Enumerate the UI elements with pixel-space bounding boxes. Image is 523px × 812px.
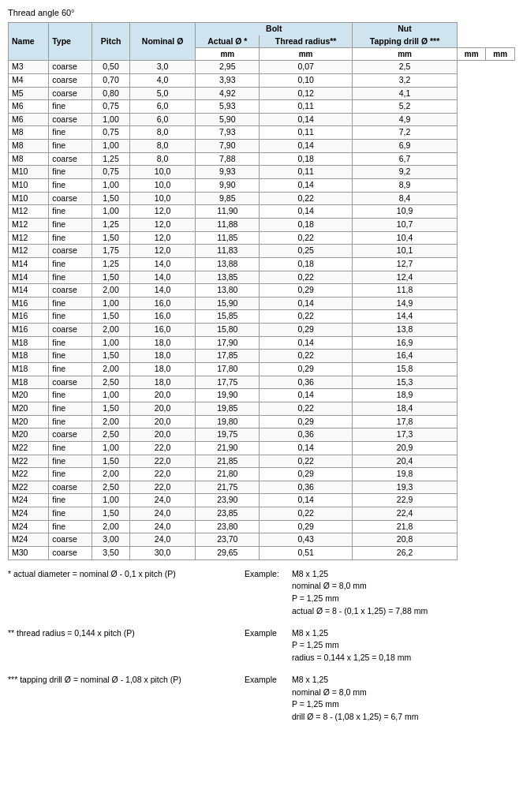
cell-pitch: 1,50: [92, 310, 129, 324]
cell-thread-radius: 0,18: [260, 257, 353, 271]
cell-nominal: 12,0: [129, 231, 196, 245]
cell-actual: 11,85: [196, 231, 260, 245]
cell-thread-radius: 0,22: [260, 271, 353, 284]
cell-nominal: 18,0: [129, 363, 196, 376]
cell-thread-radius: 0,36: [260, 481, 353, 494]
cell-nominal: 20,0: [129, 415, 196, 428]
cell-pitch: 2,00: [92, 324, 129, 337]
cell-type: fine: [49, 468, 92, 481]
cell-thread-radius: 0,22: [260, 507, 353, 521]
cell-nominal: 24,0: [129, 533, 196, 547]
cell-pitch: 2,00: [92, 468, 129, 481]
cell-thread-radius: 0,14: [260, 297, 353, 310]
table-row: M18coarse2,5018,017,750,3615,3: [9, 376, 515, 389]
bolt-header: Bolt: [196, 23, 353, 36]
cell-name: M14: [9, 284, 49, 297]
cell-pitch: 0,80: [92, 87, 129, 100]
cell-name: M3: [9, 61, 49, 74]
cell-pitch: 1,00: [92, 140, 129, 153]
cell-actual: 7,88: [196, 152, 260, 166]
note-1: * actual diameter = nominal Ø - 0,1 x pi…: [8, 568, 515, 618]
cell-nominal: 20,0: [129, 428, 196, 442]
table-row: M24fine1,0024,023,900,1422,9: [9, 494, 515, 507]
cell-nominal: 20,0: [129, 402, 196, 415]
cell-name: M22: [9, 468, 49, 481]
cell-thread-radius: 0,22: [260, 231, 353, 245]
cell-nominal: 8,0: [129, 140, 196, 153]
cell-thread-radius: 0,22: [260, 402, 353, 415]
cell-nominal: 24,0: [129, 507, 196, 521]
cell-thread-radius: 0,14: [260, 140, 353, 153]
cell-pitch: 1,00: [92, 113, 129, 126]
table-row: M22fine1,0022,021,900,1420,9: [9, 441, 515, 455]
cell-type: coarse: [49, 245, 92, 258]
cell-tapping-drill: 4,9: [353, 113, 458, 126]
cell-type: fine: [49, 507, 92, 521]
cell-tapping-drill: 4,1: [353, 87, 458, 100]
table-row: M22fine2,0022,021,800,2919,8: [9, 468, 515, 481]
cell-type: coarse: [49, 481, 92, 494]
cell-actual: 11,83: [196, 245, 260, 258]
cell-nominal: 22,0: [129, 468, 196, 481]
cell-type: fine: [49, 166, 92, 179]
cell-thread-radius: 0,11: [260, 126, 353, 140]
cell-actual: 19,75: [196, 428, 260, 442]
cell-nominal: 14,0: [129, 271, 196, 284]
cell-name: M18: [9, 363, 49, 376]
cell-pitch: 3,00: [92, 533, 129, 547]
cell-tapping-drill: 22,4: [353, 507, 458, 521]
cell-name: M30: [9, 546, 49, 559]
cell-tapping-drill: 20,8: [353, 533, 458, 547]
cell-actual: 13,80: [196, 284, 260, 297]
cell-actual: 15,80: [196, 324, 260, 337]
cell-name: M10: [9, 166, 49, 179]
cell-type: coarse: [49, 324, 92, 337]
cell-tapping-drill: 10,9: [353, 205, 458, 219]
cell-type: coarse: [49, 376, 92, 389]
cell-tapping-drill: 8,4: [353, 192, 458, 205]
cell-actual: 9,93: [196, 166, 260, 179]
cell-nominal: 14,0: [129, 257, 196, 271]
cell-type: coarse: [49, 428, 92, 442]
cell-actual: 23,90: [196, 494, 260, 507]
cell-type: fine: [49, 415, 92, 428]
table-row: M12coarse1,7512,011,830,2510,1: [9, 245, 515, 258]
cell-tapping-drill: 13,8: [353, 324, 458, 337]
table-row: M6coarse1,006,05,900,144,9: [9, 113, 515, 126]
cell-tapping-drill: 11,8: [353, 284, 458, 297]
thread-angle: Thread angle 60°: [8, 8, 515, 17]
note-3-text: *** tapping drill Ø = nominal Ø - 1,08 x…: [8, 674, 245, 687]
cell-name: M16: [9, 324, 49, 337]
table-row: M14fine1,2514,013,880,1812,7: [9, 257, 515, 271]
cell-nominal: 10,0: [129, 179, 196, 193]
cell-tapping-drill: 16,9: [353, 336, 458, 350]
cell-pitch: 1,00: [92, 494, 129, 507]
cell-nominal: 16,0: [129, 310, 196, 324]
cell-pitch: 3,50: [92, 546, 129, 559]
cell-actual: 2,95: [196, 61, 260, 74]
col-header-actual: Actual Ø *: [196, 36, 260, 48]
cell-tapping-drill: 26,2: [353, 546, 458, 559]
cell-thread-radius: 0,14: [260, 441, 353, 455]
cell-name: M14: [9, 257, 49, 271]
cell-tapping-drill: 15,3: [353, 376, 458, 389]
cell-pitch: 2,00: [92, 284, 129, 297]
table-row: M16coarse2,0016,015,800,2913,8: [9, 324, 515, 337]
note-1-example-content: M8 x 1,25nominal Ø = 8,0 mmP = 1,25 mmac…: [292, 568, 515, 618]
col-header-pitch: Pitch: [92, 23, 129, 61]
table-row: M18fine2,0018,017,800,2915,8: [9, 363, 515, 376]
cell-thread-radius: 0,36: [260, 376, 353, 389]
col-header-name: Name: [9, 23, 49, 61]
cell-thread-radius: 0,29: [260, 363, 353, 376]
cell-tapping-drill: 14,4: [353, 310, 458, 324]
cell-pitch: 0,75: [92, 166, 129, 179]
cell-thread-radius: 0,14: [260, 336, 353, 350]
cell-tapping-drill: 12,4: [353, 271, 458, 284]
cell-thread-radius: 0,14: [260, 389, 353, 402]
table-row: M8fine1,008,07,900,146,9: [9, 140, 515, 153]
table-row: M16fine1,0016,015,900,1414,9: [9, 297, 515, 310]
cell-type: fine: [49, 494, 92, 507]
cell-nominal: 20,0: [129, 389, 196, 402]
cell-type: coarse: [49, 533, 92, 547]
cell-pitch: 1,50: [92, 402, 129, 415]
